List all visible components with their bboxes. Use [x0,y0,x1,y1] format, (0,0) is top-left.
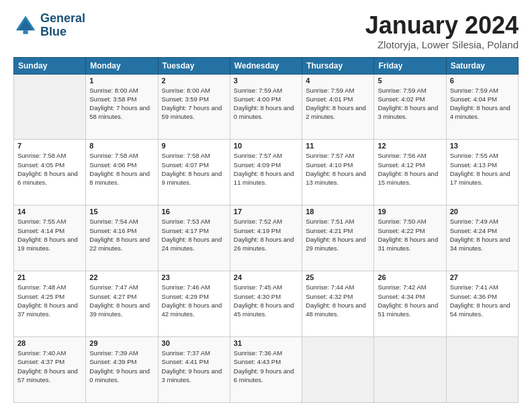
table-cell: 5 Sunrise: 7:59 AMSunset: 4:02 PMDayligh… [374,74,446,140]
week-row-2: 7 Sunrise: 7:58 AMSunset: 4:05 PMDayligh… [14,140,519,205]
logo-icon [13,13,38,38]
day-number: 29 [89,339,154,347]
location-subtitle: Zlotoryja, Lower Silesia, Poland [365,39,519,50]
day-number: 13 [450,142,515,150]
table-cell [302,337,374,403]
day-info: Sunrise: 7:59 AMSunset: 4:01 PMDaylight:… [306,87,366,121]
day-info: Sunrise: 7:55 AMSunset: 4:13 PMDaylight:… [450,152,511,186]
day-info: Sunrise: 7:51 AMSunset: 4:21 PMDaylight:… [306,218,366,252]
day-info: Sunrise: 7:59 AMSunset: 4:04 PMDaylight:… [450,87,511,121]
day-number: 17 [234,208,298,216]
day-info: Sunrise: 7:56 AMSunset: 4:12 PMDaylight:… [378,152,438,186]
table-cell: 25 Sunrise: 7:44 AMSunset: 4:32 PMDaylig… [302,271,374,337]
day-info: Sunrise: 7:39 AMSunset: 4:39 PMDaylight:… [89,349,150,383]
day-number: 22 [89,273,154,281]
day-number: 20 [450,208,515,216]
day-info: Sunrise: 7:41 AMSunset: 4:36 PMDaylight:… [450,283,511,318]
week-row-4: 21 Sunrise: 7:48 AMSunset: 4:25 PMDaylig… [14,271,519,337]
day-number: 25 [306,273,370,281]
week-row-1: 1 Sunrise: 8:00 AMSunset: 3:58 PMDayligh… [14,74,519,140]
table-cell: 2 Sunrise: 8:00 AMSunset: 3:59 PMDayligh… [158,74,230,140]
day-number: 2 [162,77,226,85]
table-cell: 23 Sunrise: 7:46 AMSunset: 4:29 PMDaylig… [158,271,230,337]
day-number: 9 [162,142,226,150]
logo: General Blue [13,12,85,39]
table-cell: 28 Sunrise: 7:40 AMSunset: 4:37 PMDaylig… [14,337,86,403]
day-info: Sunrise: 7:37 AMSunset: 4:41 PMDaylight:… [162,349,222,383]
logo-line1: General [40,11,85,25]
day-info: Sunrise: 7:47 AMSunset: 4:27 PMDaylight:… [89,283,150,318]
day-number: 12 [378,142,442,150]
table-cell: 13 Sunrise: 7:55 AMSunset: 4:13 PMDaylig… [446,140,518,205]
header-thursday: Thursday [302,57,374,74]
table-cell: 24 Sunrise: 7:45 AMSunset: 4:30 PMDaylig… [230,271,302,337]
day-info: Sunrise: 7:58 AMSunset: 4:05 PMDaylight:… [17,152,78,186]
day-info: Sunrise: 7:58 AMSunset: 4:07 PMDaylight:… [162,152,222,186]
day-number: 15 [89,208,154,216]
table-cell: 9 Sunrise: 7:58 AMSunset: 4:07 PMDayligh… [158,140,230,205]
header: General Blue January 2024 Zlotoryja, Low… [13,12,519,50]
day-number: 23 [162,273,226,281]
week-row-5: 28 Sunrise: 7:40 AMSunset: 4:37 PMDaylig… [14,337,519,403]
day-number: 5 [378,77,442,85]
calendar-table: Sunday Monday Tuesday Wednesday Thursday… [13,57,519,403]
day-info: Sunrise: 7:54 AMSunset: 4:16 PMDaylight:… [89,218,150,252]
table-cell: 12 Sunrise: 7:56 AMSunset: 4:12 PMDaylig… [374,140,446,205]
table-cell: 20 Sunrise: 7:49 AMSunset: 4:24 PMDaylig… [446,205,518,271]
month-title: January 2024 [365,12,519,39]
table-cell: 1 Sunrise: 8:00 AMSunset: 3:58 PMDayligh… [86,74,158,140]
table-cell: 27 Sunrise: 7:41 AMSunset: 4:36 PMDaylig… [446,271,518,337]
day-info: Sunrise: 7:55 AMSunset: 4:14 PMDaylight:… [17,218,78,252]
day-info: Sunrise: 7:58 AMSunset: 4:06 PMDaylight:… [89,152,150,186]
day-info: Sunrise: 8:00 AMSunset: 3:59 PMDaylight:… [162,87,222,121]
table-cell: 18 Sunrise: 7:51 AMSunset: 4:21 PMDaylig… [302,205,374,271]
header-monday: Monday [86,57,158,74]
day-number: 6 [450,77,515,85]
logo-line2: Blue [40,25,66,38]
table-cell: 4 Sunrise: 7:59 AMSunset: 4:01 PMDayligh… [302,74,374,140]
header-tuesday: Tuesday [158,57,230,74]
svg-rect-2 [23,30,28,34]
day-info: Sunrise: 8:00 AMSunset: 3:58 PMDaylight:… [89,87,150,121]
table-cell: 31 Sunrise: 7:36 AMSunset: 4:43 PMDaylig… [230,337,302,403]
header-saturday: Saturday [446,57,518,74]
table-cell [446,337,518,403]
day-number: 3 [234,77,298,85]
day-number: 26 [378,273,442,281]
table-cell: 17 Sunrise: 7:52 AMSunset: 4:19 PMDaylig… [230,205,302,271]
day-info: Sunrise: 7:45 AMSunset: 4:30 PMDaylight:… [234,283,294,318]
table-cell: 7 Sunrise: 7:58 AMSunset: 4:05 PMDayligh… [14,140,86,205]
table-cell: 30 Sunrise: 7:37 AMSunset: 4:41 PMDaylig… [158,337,230,403]
table-cell [374,337,446,403]
day-info: Sunrise: 7:44 AMSunset: 4:32 PMDaylight:… [306,283,366,318]
day-info: Sunrise: 7:49 AMSunset: 4:24 PMDaylight:… [450,218,511,252]
day-number: 24 [234,273,298,281]
table-cell: 21 Sunrise: 7:48 AMSunset: 4:25 PMDaylig… [14,271,86,337]
title-area: January 2024 Zlotoryja, Lower Silesia, P… [365,12,519,50]
table-cell: 16 Sunrise: 7:53 AMSunset: 4:17 PMDaylig… [158,205,230,271]
table-cell [14,74,86,140]
table-cell: 8 Sunrise: 7:58 AMSunset: 4:06 PMDayligh… [86,140,158,205]
table-cell: 14 Sunrise: 7:55 AMSunset: 4:14 PMDaylig… [14,205,86,271]
table-cell: 6 Sunrise: 7:59 AMSunset: 4:04 PMDayligh… [446,74,518,140]
day-info: Sunrise: 7:59 AMSunset: 4:00 PMDaylight:… [234,87,294,121]
day-info: Sunrise: 7:40 AMSunset: 4:37 PMDaylight:… [17,349,78,383]
day-info: Sunrise: 7:48 AMSunset: 4:25 PMDaylight:… [17,283,78,318]
day-info: Sunrise: 7:50 AMSunset: 4:22 PMDaylight:… [378,218,438,252]
day-number: 16 [162,208,226,216]
logo-text: General Blue [40,12,85,39]
table-cell: 22 Sunrise: 7:47 AMSunset: 4:27 PMDaylig… [86,271,158,337]
day-number: 18 [306,208,370,216]
table-cell: 11 Sunrise: 7:57 AMSunset: 4:10 PMDaylig… [302,140,374,205]
week-row-3: 14 Sunrise: 7:55 AMSunset: 4:14 PMDaylig… [14,205,519,271]
table-cell: 29 Sunrise: 7:39 AMSunset: 4:39 PMDaylig… [86,337,158,403]
day-number: 27 [450,273,515,281]
day-info: Sunrise: 7:57 AMSunset: 4:10 PMDaylight:… [306,152,366,186]
table-cell: 26 Sunrise: 7:42 AMSunset: 4:34 PMDaylig… [374,271,446,337]
day-number: 11 [306,142,370,150]
table-cell: 15 Sunrise: 7:54 AMSunset: 4:16 PMDaylig… [86,205,158,271]
table-cell: 3 Sunrise: 7:59 AMSunset: 4:00 PMDayligh… [230,74,302,140]
weekday-header-row: Sunday Monday Tuesday Wednesday Thursday… [14,57,519,74]
day-number: 21 [17,273,82,281]
day-info: Sunrise: 7:36 AMSunset: 4:43 PMDaylight:… [234,349,294,383]
